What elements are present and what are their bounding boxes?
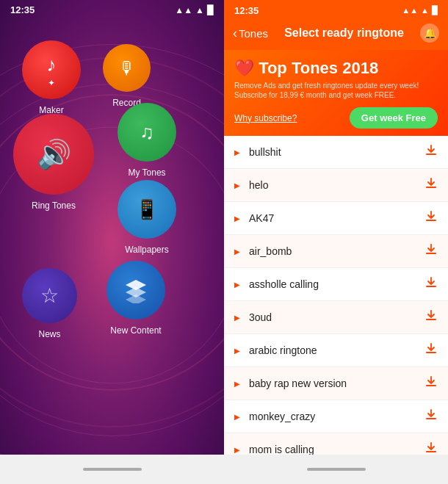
download-icon[interactable]	[424, 276, 438, 292]
wallpapers-button[interactable]: 📱 Wallpapers	[118, 180, 176, 239]
bell-button[interactable]: 🔔	[420, 24, 439, 43]
star-icon: ☆	[40, 283, 59, 308]
svg-rect-9	[426, 352, 436, 353]
record-button[interactable]: 🎙 Record	[103, 44, 151, 92]
promo-section: ❤️ Top Tones 2018 Remove Ads and get fre…	[224, 50, 448, 136]
ringtone-name: arabic ringtone	[249, 344, 424, 356]
signal-icon-right: ▲▲	[402, 6, 418, 15]
play-icon[interactable]: ▶	[234, 446, 240, 454]
ringtone-name: 3oud	[249, 311, 424, 323]
ringtone-name: baby rap new version	[249, 378, 424, 389]
speaker-icon: 🔊	[37, 138, 71, 170]
ringtone-item[interactable]: ▶ AK47	[224, 202, 448, 235]
svg-rect-3	[426, 153, 436, 155]
wifi-icon-right: ▲	[421, 6, 429, 15]
icon-grid: ♪ ✦ Maker 🎙 Record 🔊 Ring Tones ♫ My Ton…	[0, 18, 224, 455]
play-icon[interactable]: ▶	[234, 214, 240, 223]
why-subscribe-link[interactable]: Why subscribe?	[234, 113, 297, 123]
download-icon[interactable]	[424, 177, 438, 193]
spark-icon: ✦	[48, 78, 55, 88]
promo-row: Why subscribe? Get week Free	[234, 107, 438, 129]
ringtone-item[interactable]: ▶ air_bomb	[224, 235, 448, 268]
status-icons-right: ▲▲ ▲ ▉	[402, 6, 438, 15]
ringtone-item[interactable]: ▶ assholle calling	[224, 268, 448, 301]
download-icon[interactable]	[424, 243, 438, 259]
play-icon[interactable]: ▶	[234, 347, 240, 355]
newcontent-label: New Content	[110, 325, 161, 336]
news-button[interactable]: ☆ News	[22, 268, 77, 323]
back-label: Tones	[239, 27, 268, 40]
back-button[interactable]: ‹ Tones	[233, 26, 268, 41]
ringtone-item[interactable]: ▶ arabic ringtone	[224, 334, 448, 367]
battery-icon-left: ▉	[207, 5, 214, 15]
notes-icon: ♫	[140, 121, 154, 144]
ringtones-button[interactable]: 🔊 Ring Tones	[13, 114, 94, 195]
maker-button[interactable]: ♪ ✦ Maker	[22, 40, 81, 99]
status-bar-left: 12:35 ▲▲ ▲ ▉	[0, 0, 224, 18]
status-bar-right: 12:35 ▲▲ ▲ ▉	[224, 0, 448, 19]
news-label: News	[38, 329, 60, 339]
maker-icon: ♪	[47, 54, 57, 76]
layers-icon	[123, 277, 149, 303]
promo-title: ❤️ Top Tones 2018	[234, 59, 438, 78]
play-icon[interactable]: ▶	[234, 314, 240, 322]
ringtone-name: bullshit	[249, 146, 424, 158]
battery-icon-right: ▉	[432, 6, 438, 15]
promo-title-text: Top Tones 2018	[259, 59, 378, 77]
mytones-button[interactable]: ♫ My Tones	[118, 103, 176, 162]
get-free-button[interactable]: Get week Free	[350, 107, 438, 129]
svg-rect-11	[426, 418, 436, 419]
ringtone-item[interactable]: ▶ monkey_crazy	[224, 400, 448, 433]
play-icon[interactable]: ▶	[234, 148, 240, 156]
signal-icon-left: ▲▲	[175, 5, 192, 15]
mytones-label: My Tones	[128, 167, 165, 178]
svg-rect-12	[426, 451, 436, 452]
home-indicator-right	[307, 468, 366, 471]
ringtone-name: assholle calling	[249, 278, 424, 290]
download-icon[interactable]	[424, 309, 438, 325]
svg-rect-8	[426, 319, 436, 320]
phone-icon: 📱	[135, 198, 159, 221]
download-icon[interactable]	[424, 375, 438, 391]
play-icon[interactable]: ▶	[234, 248, 240, 256]
ringtone-item[interactable]: ▶ helo	[224, 169, 448, 202]
bottom-bar-right	[224, 455, 448, 484]
newcontent-button[interactable]: New Content	[106, 261, 165, 319]
download-icon[interactable]	[424, 210, 438, 226]
play-icon[interactable]: ▶	[234, 281, 240, 289]
ringtone-name: air_bomb	[249, 245, 424, 257]
time-left: 12:35	[10, 4, 35, 15]
play-icon[interactable]: ▶	[234, 181, 240, 189]
ringtone-item[interactable]: ▶ 3oud	[224, 301, 448, 334]
mic-icon: 🎙	[118, 58, 136, 79]
ringtone-name: monkey_crazy	[249, 411, 424, 422]
svg-rect-7	[426, 286, 436, 287]
ringtone-name: AK47	[249, 212, 424, 224]
right-panel: 12:35 ▲▲ ▲ ▉ ‹ Tones Select ready ringto…	[224, 0, 448, 484]
play-icon[interactable]: ▶	[234, 380, 240, 388]
nav-bar: ‹ Tones Select ready ringtone 🔔	[224, 19, 448, 50]
ringtone-list: ▶ bullshit ▶ helo ▶ AK47	[224, 136, 448, 455]
wallpapers-label: Wallpapers	[125, 245, 169, 255]
time-right: 12:35	[234, 5, 259, 16]
bottom-bar-left	[0, 455, 224, 484]
ringtones-label: Ring Tones	[32, 201, 76, 211]
left-panel: 12:35 ▲▲ ▲ ▉ ♪ ✦ Maker 🎙 Record 🔊 Ring T…	[0, 0, 224, 484]
bell-icon: 🔔	[424, 27, 436, 39]
ringtone-name: mom is calling	[249, 444, 424, 455]
svg-marker-2	[126, 295, 146, 303]
ringtone-item[interactable]: ▶ baby rap new version	[224, 367, 448, 400]
ringtone-item[interactable]: ▶ bullshit	[224, 136, 448, 169]
download-icon[interactable]	[424, 441, 438, 455]
download-icon[interactable]	[424, 408, 438, 425]
svg-rect-6	[426, 253, 436, 254]
svg-rect-5	[426, 220, 436, 221]
download-icon[interactable]	[424, 342, 438, 358]
home-indicator-left	[83, 468, 142, 471]
wifi-icon-left: ▲	[195, 5, 204, 15]
download-icon[interactable]	[424, 144, 438, 160]
ringtone-item[interactable]: ▶ mom is calling	[224, 433, 448, 455]
chevron-left-icon: ‹	[233, 26, 237, 41]
svg-rect-10	[426, 385, 436, 386]
play-icon[interactable]: ▶	[234, 413, 240, 421]
